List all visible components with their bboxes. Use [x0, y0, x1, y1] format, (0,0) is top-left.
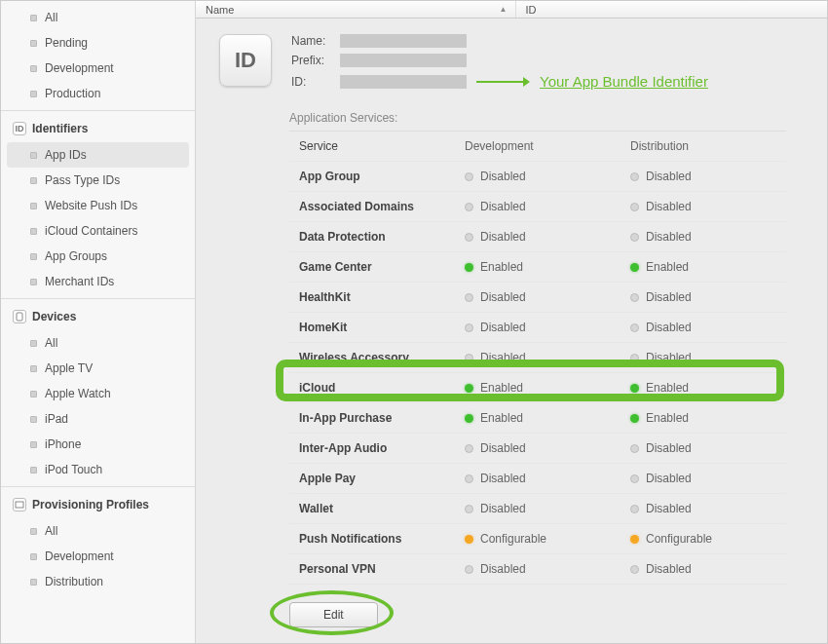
development-status: Enabled: [465, 411, 630, 425]
sidebar-item-development[interactable]: Development: [1, 544, 195, 569]
sidebar-item-label: Development: [45, 549, 114, 563]
distribution-status: Disabled: [630, 321, 776, 334]
sidebar-item-label: All: [45, 11, 57, 24]
development-status: Configurable: [465, 532, 630, 546]
status-dot-disabled: [465, 505, 473, 513]
edit-button[interactable]: Edit: [289, 602, 378, 627]
distribution-status: Enabled: [630, 260, 776, 274]
distribution-status: Disabled: [630, 351, 776, 364]
sidebar-item-label: iPod Touch: [45, 463, 102, 476]
devices-title: Devices: [32, 310, 76, 323]
sidebar-item-icloud-containers[interactable]: iCloud Containers: [1, 218, 195, 244]
development-status: Disabled: [465, 472, 630, 485]
status-dot-disabled: [465, 565, 473, 574]
status-label: Enabled: [646, 260, 689, 274]
svg-marker-3: [523, 77, 530, 87]
sidebar-item-pending[interactable]: Pending: [1, 30, 195, 56]
sidebar-item-label: Pending: [45, 36, 88, 50]
sidebar-item-all[interactable]: All: [1, 5, 195, 30]
bullet-icon: [30, 279, 37, 285]
status-label: Disabled: [480, 502, 526, 515]
distribution-status: Disabled: [630, 441, 776, 455]
distribution-status: Disabled: [630, 200, 776, 213]
sidebar-item-label: iCloud Containers: [45, 224, 137, 238]
sidebar-item-ipod-touch[interactable]: iPod Touch: [1, 457, 195, 482]
status-label: Configurable: [480, 532, 546, 546]
development-status: Disabled: [465, 351, 630, 364]
sidebar-item-label: Apple TV: [45, 361, 93, 375]
sidebar-item-label: Production: [45, 87, 100, 100]
sidebar-item-merchant-ids[interactable]: Merchant IDs: [1, 269, 195, 294]
sidebar-item-all[interactable]: All: [1, 518, 195, 544]
status-label: Disabled: [480, 472, 526, 485]
status-dot-disabled: [465, 233, 473, 242]
sidebar-item-label: iPhone: [45, 437, 81, 451]
service-name: Game Center: [299, 260, 465, 274]
bullet-icon: [30, 553, 37, 560]
sidebar-item-production[interactable]: Production: [1, 81, 195, 106]
service-row-in-app-purchase: In-App PurchaseEnabledEnabled: [289, 403, 786, 434]
bundle-id-annotation: Your App Bundle Identifier: [540, 73, 708, 90]
sidebar-item-website-push-ids[interactable]: Website Push IDs: [1, 193, 195, 218]
sidebar-item-ipad[interactable]: iPad: [1, 406, 195, 432]
sidebar-item-label: Development: [45, 61, 114, 75]
sidebar-item-development[interactable]: Development: [1, 56, 195, 81]
section-provisioning: Provisioning Profiles: [1, 491, 195, 518]
sidebar-item-label: App Groups: [45, 249, 107, 263]
bullet-icon: [30, 203, 37, 209]
service-row-homekit: HomeKitDisabledDisabled: [289, 313, 786, 343]
status-label: Enabled: [480, 260, 523, 274]
service-row-inter-app-audio: Inter-App AudioDisabledDisabled: [289, 434, 786, 464]
status-label: Enabled: [480, 381, 523, 395]
distribution-status: Disabled: [630, 502, 776, 515]
bullet-icon: [30, 228, 37, 235]
bullet-icon: [30, 467, 37, 474]
sidebar-item-app-groups[interactable]: App Groups: [1, 244, 195, 269]
status-dot-disabled: [630, 565, 639, 574]
svg-rect-0: [17, 313, 22, 321]
bullet-icon: [30, 441, 37, 448]
development-status: Disabled: [465, 170, 630, 183]
status-dot-enabled: [630, 414, 639, 423]
sidebar-item-distribution[interactable]: Distribution: [1, 569, 195, 594]
development-status: Disabled: [465, 562, 630, 576]
service-name: Wireless Accessory: [299, 351, 465, 364]
column-header-name[interactable]: Name ▲: [196, 1, 516, 18]
status-dot-disabled: [630, 444, 639, 453]
status-dot-disabled: [465, 323, 473, 332]
sidebar-item-apple-tv[interactable]: Apple TV: [1, 356, 195, 381]
status-label: Configurable: [646, 532, 712, 546]
status-dot-enabled: [465, 414, 473, 423]
status-dot-disabled: [465, 172, 473, 181]
development-status: Enabled: [465, 260, 630, 274]
sidebar-item-all[interactable]: All: [1, 330, 195, 356]
sidebar-item-pass-type-ids[interactable]: Pass Type IDs: [1, 168, 195, 193]
sidebar-item-iphone[interactable]: iPhone: [1, 432, 195, 457]
column-header-id[interactable]: ID: [516, 4, 828, 16]
sidebar-item-apple-watch[interactable]: Apple Watch: [1, 381, 195, 406]
status-dot-disabled: [630, 293, 639, 302]
status-dot-disabled: [630, 354, 639, 362]
sidebar-item-app-ids[interactable]: App IDs: [7, 142, 189, 168]
bullet-icon: [30, 15, 37, 21]
status-label: Disabled: [646, 321, 692, 334]
distribution-status: Disabled: [630, 290, 776, 304]
status-dot-disabled: [630, 233, 639, 242]
status-label: Disabled: [646, 441, 692, 455]
status-label: Enabled: [480, 411, 523, 425]
status-label: Disabled: [646, 351, 692, 364]
status-label: Disabled: [646, 230, 692, 244]
service-name: HealthKit: [299, 290, 465, 304]
status-label: Disabled: [480, 351, 526, 364]
status-dot-disabled: [465, 474, 473, 483]
status-label: Disabled: [480, 290, 526, 304]
service-row-push-notifications: Push NotificationsConfigurableConfigurab…: [289, 524, 786, 554]
status-dot-enabled: [630, 384, 639, 393]
status-label: Disabled: [480, 170, 526, 183]
col-header-development: Development: [465, 139, 630, 153]
bullet-icon: [30, 528, 37, 535]
bullet-icon: [30, 65, 37, 72]
development-status: Disabled: [465, 321, 630, 334]
status-label: Enabled: [646, 381, 689, 395]
development-status: Disabled: [465, 502, 630, 515]
